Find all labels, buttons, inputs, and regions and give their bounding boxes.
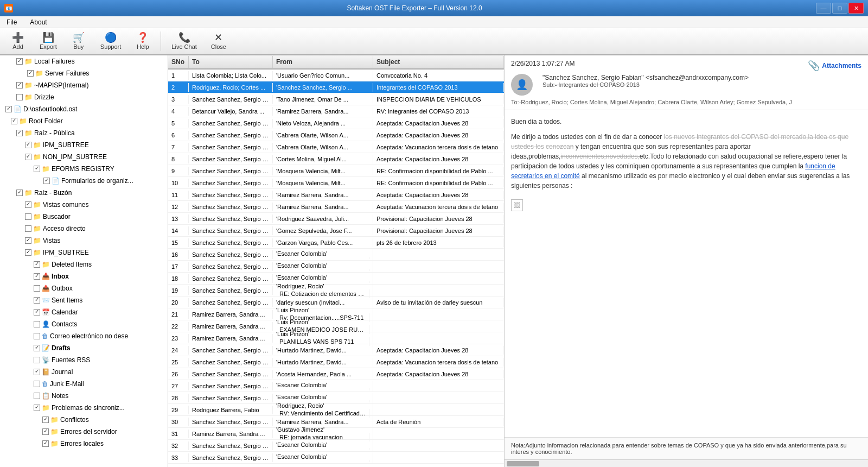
table-row[interactable]: 25 Sanchez Sanchez, Sergio F... 'Hurtado… (168, 356, 504, 368)
buy-button[interactable]: 🛒 Buy (65, 29, 92, 53)
table-row[interactable]: 10 Sanchez Sanchez, Sergio F... 'Mosquer… (168, 177, 504, 189)
sidebar-item-journal[interactable]: 📔 Journal (0, 366, 168, 378)
table-row[interactable]: 12 Sanchez Sanchez, Sergio F... 'Ramirez… (168, 201, 504, 213)
attachments-link[interactable]: Attachments (822, 62, 861, 70)
table-row[interactable]: 14 Sanchez Sanchez, Sergio F... 'Gomez S… (168, 225, 504, 237)
checkbox-drafts[interactable] (34, 345, 40, 351)
sidebar-item-drafts[interactable]: 📝 Drafts (0, 342, 168, 354)
table-row[interactable]: 8 Sanchez Sanchez, Sergio F... 'Cortes M… (168, 153, 504, 165)
table-row[interactable]: 27 Sanchez Sanchez, Sergio F... 'Escaner… (168, 380, 504, 392)
sidebar-item-ipm-subtree[interactable]: 📁 IPM_SUBTREE (0, 139, 168, 151)
checkbox-root[interactable] (11, 118, 17, 124)
table-row[interactable]: 4 Betancur Vallejo, Sandra ... 'Ramirez … (168, 105, 504, 117)
sidebar-item-outbox[interactable]: 📤 Outbox (0, 282, 168, 294)
checkbox-conflictos[interactable] (42, 416, 49, 423)
sidebar-item-errores-servidor[interactable]: 📁 Errores del servidor (0, 426, 168, 438)
sidebar-item-deleted-items[interactable]: 📁 Deleted Items (0, 258, 168, 270)
table-row[interactable]: 9 Sanchez Sanchez, Sergio F... 'Mosquera… (168, 165, 504, 177)
menu-file[interactable]: File (4, 17, 19, 27)
table-row[interactable]: 33 Sanchez Sanchez, Sergio F... 'Escaner… (168, 452, 504, 464)
checkbox-inbox[interactable] (34, 273, 40, 280)
checkbox-mapisp[interactable] (16, 82, 23, 89)
table-row[interactable]: 5 Sanchez Sanchez, Sergio F... 'Nieto Ve… (168, 117, 504, 129)
sidebar-item-mapisp[interactable]: 📁 ~MAPISP(Internal) (0, 79, 168, 91)
table-row[interactable]: 1 Lista Colombia; Lista Colo... 'Usuario… (168, 70, 504, 81)
help-button[interactable]: ❓ Help (129, 29, 156, 53)
sidebar-item-raiz-publica[interactable]: 📁 Raíz - Pública (0, 127, 168, 139)
sidebar-item-eforms[interactable]: 📁 EFORMS REGISTRY (0, 163, 168, 175)
maximize-button[interactable]: □ (832, 3, 847, 14)
checkbox-problemas[interactable] (34, 405, 40, 411)
sidebar-item-sent-items[interactable]: 📨 Sent Items (0, 294, 168, 306)
sidebar-item-buscador[interactable]: 📁 Buscador (0, 211, 168, 223)
table-row[interactable]: 2 Rodriguez, Rocio; Cortes ... 'Sanchez … (168, 81, 504, 93)
checkbox-ipm1[interactable] (25, 142, 31, 148)
checkbox-buscador[interactable] (25, 213, 31, 220)
table-row[interactable]: 17 Sanchez Sanchez, Sergio F... 'Escaner… (168, 261, 504, 273)
checkbox-server-failures[interactable] (27, 70, 34, 77)
checkbox-junk-span[interactable] (34, 333, 40, 339)
checkbox-ipm2[interactable] (25, 249, 31, 256)
sidebar-item-junk[interactable]: 🗑 Correo electrónico no dese (0, 330, 168, 342)
sidebar-item-contacts[interactable]: 👤 Contacts (0, 318, 168, 330)
sidebar-item-formularios[interactable]: 📄 Formularios de organiz... (0, 175, 168, 187)
table-row[interactable]: 32 Sanchez Sanchez, Sergio F... 'Escaner… (168, 440, 504, 452)
close-button[interactable]: ✕ (848, 3, 864, 14)
table-row[interactable]: 19 Sanchez Sanchez, Sergio F... 'Rodrigu… (168, 285, 504, 296)
sidebar-item-vistas-comunes[interactable]: 📁 Vistas comunes (0, 199, 168, 211)
body-link[interactable]: funcion de secretarios en el comité (511, 162, 835, 180)
table-row[interactable]: 11 Sanchez Sanchez, Sergio F... 'Ramirez… (168, 189, 504, 201)
export-button[interactable]: 💾 Export (34, 29, 63, 53)
checkbox-calendar[interactable] (34, 309, 40, 315)
sidebar-item-ipm-subtree2[interactable]: 📁 IPM_SUBTREE (0, 247, 168, 258)
minimize-button[interactable]: — (816, 3, 831, 14)
table-row[interactable]: 16 Sanchez Sanchez, Sergio F... 'Escaner… (168, 249, 504, 261)
checkbox-contacts[interactable] (34, 321, 40, 327)
table-row[interactable]: 7 Sanchez Sanchez, Sergio F... 'Cabrera … (168, 141, 504, 153)
sidebar-item-drizzle[interactable]: 📁 Drizzle (0, 91, 168, 103)
checkbox-notes[interactable] (34, 393, 40, 399)
checkbox-non-ipm[interactable] (25, 154, 31, 160)
table-row[interactable]: 3 Sanchez Sanchez, Sergio F... 'Tano Jim… (168, 93, 504, 105)
checkbox-formularios[interactable] (43, 178, 50, 184)
checkbox-errores-locales[interactable] (42, 440, 49, 447)
horizontal-scrollbar[interactable] (505, 459, 868, 467)
checkbox-journal[interactable] (34, 369, 40, 375)
sidebar-item-junk-email[interactable]: 🗑 Junk E-Mail (0, 378, 168, 390)
checkbox-vistas[interactable] (25, 237, 31, 244)
sidebar-item-rss[interactable]: 📡 Fuentes RSS (0, 354, 168, 366)
checkbox-drizzle[interactable] (16, 94, 23, 100)
checkbox-rss[interactable] (34, 357, 40, 363)
sidebar-item-calendar[interactable]: 📅 Calendar (0, 306, 168, 318)
table-row[interactable]: 6 Sanchez Sanchez, Sergio F... 'Cabrera … (168, 129, 504, 141)
checkbox-acceso[interactable] (25, 225, 31, 232)
sidebar-item-non-ipm[interactable]: 📁 NON_IPM_SUBTREE (0, 151, 168, 163)
sidebar-item-ost-file[interactable]: 📄 D:\ost\outlookd.ost (0, 103, 168, 115)
checkbox-vistas-comunes[interactable] (25, 201, 31, 208)
sidebar-item-server-failures[interactable]: 📁 Server Failures (0, 67, 168, 79)
sidebar-item-local-failures[interactable]: 📁 Local Failures (0, 55, 168, 67)
close-app-button[interactable]: ✕ Close (205, 29, 232, 53)
table-row[interactable]: 13 Sanchez Sanchez, Sergio F... 'Rodrigu… (168, 213, 504, 225)
sidebar-item-conflictos[interactable]: 📁 Conflictos (0, 414, 168, 426)
sidebar-item-errores-locales[interactable]: 📁 Errores locales (0, 438, 168, 450)
table-row[interactable]: 29 Rodriguez Barrera, Fabio 'Rodriguez, … (168, 404, 504, 416)
checkbox-raiz-pub[interactable] (16, 130, 23, 136)
checkbox-outbox[interactable] (34, 285, 40, 292)
table-row[interactable]: 23 Ramirez Barrera, Sandra ... 'Luis Pin… (168, 332, 504, 344)
checkbox-junk-email[interactable] (34, 381, 40, 387)
checkbox-sent[interactable] (34, 297, 40, 304)
sidebar-item-raiz-buzon[interactable]: 📁 Raíz - Buzón (0, 187, 168, 199)
sidebar-item-vistas[interactable]: 📁 Vistas (0, 235, 168, 247)
sidebar-item-root-folder[interactable]: 📁 Root Folder (0, 115, 168, 127)
table-row[interactable]: 26 Sanchez Sanchez, Sergio F... 'Acosta … (168, 368, 504, 380)
checkbox-errores-servidor[interactable] (42, 428, 49, 435)
checkbox-raiz-buzon[interactable] (16, 190, 23, 196)
sidebar-item-notes[interactable]: 📋 Notes (0, 390, 168, 402)
add-button[interactable]: ➕ Add (4, 29, 31, 53)
sidebar-item-problemas[interactable]: 📁 Problemas de sincroniz... (0, 402, 168, 414)
live-chat-button[interactable]: 📞 Live Chat (165, 29, 202, 53)
scrollbar-thumb[interactable] (507, 461, 539, 466)
support-button[interactable]: 🔵 Support (94, 29, 127, 53)
checkbox-local-failures[interactable] (16, 58, 23, 65)
